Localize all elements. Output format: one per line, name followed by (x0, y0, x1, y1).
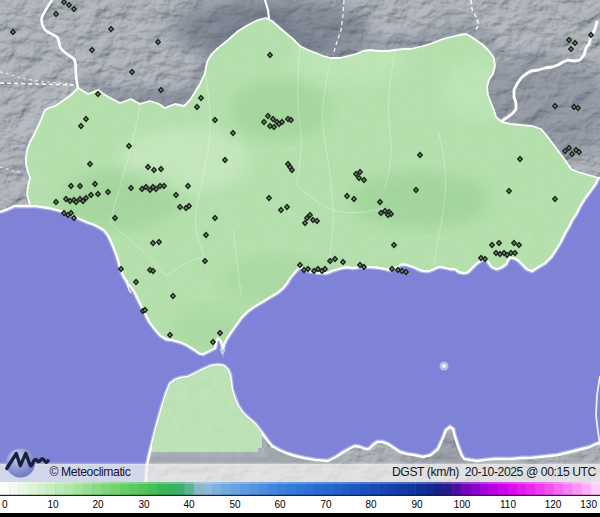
svg-text:10: 10 (47, 499, 59, 510)
svg-text:130: 130 (580, 499, 597, 510)
svg-text:80: 80 (365, 499, 377, 510)
svg-text:50: 50 (229, 499, 241, 510)
svg-text:0: 0 (2, 499, 8, 510)
svg-text:100: 100 (454, 499, 471, 510)
svg-text:© Meteoclimatic: © Meteoclimatic (50, 465, 131, 479)
svg-text:40: 40 (183, 499, 195, 510)
svg-text:90: 90 (411, 499, 423, 510)
svg-text:DGST (km/h) 20-10-2025 @ 00:1: DGST (km/h) 20-10-2025 @ 00:15 UTC (392, 465, 597, 479)
svg-text:30: 30 (138, 499, 150, 510)
svg-text:110: 110 (500, 499, 516, 510)
svg-text:20: 20 (92, 499, 104, 510)
svg-text:70: 70 (320, 499, 332, 510)
svg-text:120: 120 (545, 499, 562, 510)
svg-text:60: 60 (274, 499, 286, 510)
